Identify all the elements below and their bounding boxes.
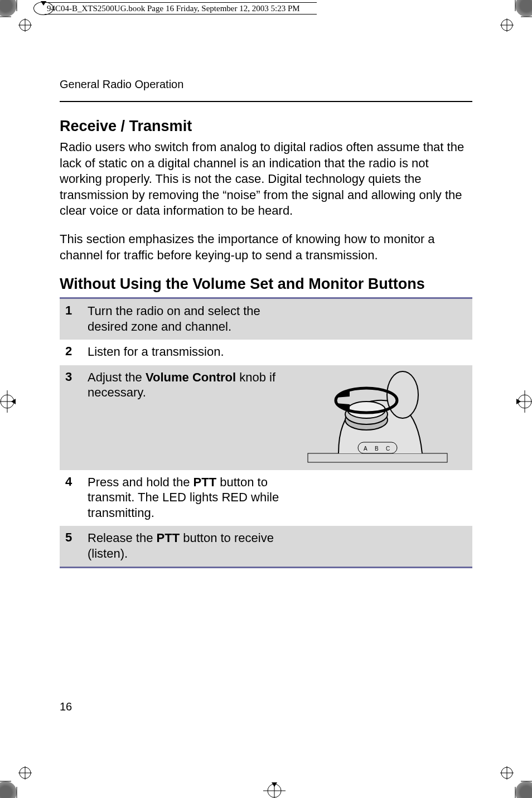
svg-marker-39 — [336, 403, 350, 412]
step-text: Adjust the Volume Control knob if necess… — [88, 370, 299, 465]
volume-knob-illustration: A B C — [299, 370, 456, 465]
step-number: 3 — [65, 370, 88, 465]
step-row: 5 Release the PTT button to receive (lis… — [60, 526, 472, 567]
step-number: 1 — [65, 303, 88, 334]
print-header: 94C04-B_XTS2500UG.book Page 16 Friday, S… — [0, 0, 532, 17]
running-head: General Radio Operation — [60, 78, 472, 91]
divider — [60, 101, 472, 102]
section-title-receive-transmit: Receive / Transmit — [60, 118, 472, 135]
svg-point-36 — [347, 402, 385, 418]
body-paragraph: This section emphasizes the importance o… — [60, 231, 472, 263]
crop-mark-icon — [0, 762, 36, 798]
svg-marker-38 — [336, 389, 350, 398]
side-crop-icon — [516, 385, 532, 418]
svg-text:A: A — [364, 446, 367, 452]
step-text: Release the PTT button to receive (liste… — [88, 530, 299, 561]
crop-mark-icon — [496, 762, 532, 798]
side-crop-icon — [0, 385, 16, 418]
section-title-without-using: Without Using the Volume Set and Monitor… — [60, 275, 472, 293]
svg-rect-32 — [308, 453, 447, 462]
bottom-crop-icon — [258, 782, 291, 798]
step-row: 4 Press and hold the PTT button to trans… — [60, 470, 472, 526]
step-row: 1 Turn the radio on and select the desir… — [60, 299, 472, 340]
step-text: Listen for a transmission. — [88, 344, 299, 360]
page-content: General Radio Operation Receive / Transm… — [60, 78, 472, 568]
step-number: 2 — [65, 344, 88, 360]
print-header-text: 94C04-B_XTS2500UG.book Page 16 Friday, S… — [45, 2, 317, 14]
step-row: 3 Adjust the Volume Control knob if nece… — [60, 365, 472, 470]
steps-table: 1 Turn the radio on and select the desir… — [60, 297, 472, 568]
body-paragraph: Radio users who switch from analog to di… — [60, 139, 472, 219]
step-row: 2 Listen for a transmission. — [60, 340, 472, 365]
step-text: Press and hold the PTT button to transmi… — [88, 475, 299, 521]
step-number: 4 — [65, 475, 88, 521]
svg-text:C: C — [386, 446, 390, 452]
page-number: 16 — [60, 700, 72, 713]
svg-text:B: B — [375, 446, 379, 452]
step-number: 5 — [65, 530, 88, 561]
step-text: Turn the radio on and select the desired… — [88, 303, 299, 334]
